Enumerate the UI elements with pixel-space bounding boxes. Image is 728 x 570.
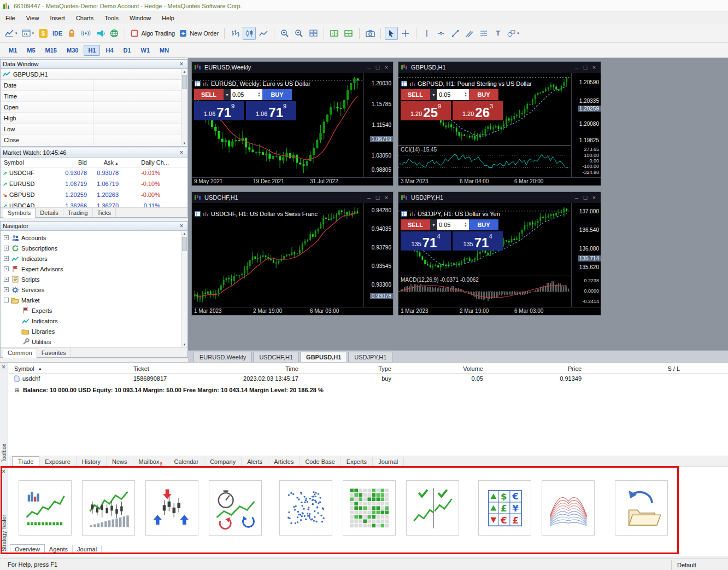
buy-button[interactable]: BUY <box>469 89 498 100</box>
tf-h4[interactable]: H4 <box>101 45 118 56</box>
chart-plot[interactable]: MACD(12,26,9) -0.0371 -0.0062 USDJPY, H1… <box>398 203 572 307</box>
menu-tools[interactable]: Tools <box>99 13 124 23</box>
chart-tab-eurusd[interactable]: EURUSD,Weekly <box>193 352 252 362</box>
chart-tab-gbpusd[interactable]: GBPUSD,H1 <box>300 352 347 362</box>
chart-window-titlebar[interactable]: GBPUSD,H1 – □ × <box>398 62 601 73</box>
chart-window-usdchf[interactable]: USDCHF,H1 – □ × USDCHF, H1: US Dollar vs… <box>191 191 394 316</box>
menu-window[interactable]: Window <box>124 13 156 23</box>
window-titlebar[interactable]: 66109447 - MetaQuotes-Demo: Demo Account… <box>0 0 728 12</box>
menu-help[interactable]: Help <box>156 13 180 23</box>
tester-tile-optimization-grid[interactable] <box>343 480 396 536</box>
navigator-item-experts[interactable]: Experts <box>1 305 187 316</box>
chart-window-gbpusd[interactable]: GBPUSD,H1 – □ × CCI(14) -15.45 <box>398 61 601 186</box>
close-icon[interactable]: × <box>178 149 185 156</box>
algo-trading-button[interactable]: Algo Trading <box>129 27 177 40</box>
bid-price-display[interactable]: 135714 <box>401 231 451 251</box>
expand-icon[interactable]: + <box>4 235 9 240</box>
buy-button[interactable]: BUY <box>262 89 292 100</box>
zoom-out-icon[interactable] <box>292 27 306 40</box>
tab-codebase[interactable]: Code Base <box>300 457 340 467</box>
expand-circle-icon[interactable]: ⊕ <box>14 386 20 394</box>
order-dropdown-icon[interactable]: ▼ <box>224 89 231 100</box>
fibonacci-icon[interactable] <box>477 27 490 40</box>
lot-size-input[interactable]: 0.05▲▼ <box>231 89 262 100</box>
navigator-item-indicators-child[interactable]: Indicators <box>1 316 187 326</box>
minimize-button[interactable]: – <box>365 64 373 71</box>
chart-window-eurusd[interactable]: EURUSD,Weekly – □ × EURUSD, Weekly: Euro… <box>191 61 394 186</box>
market-watch-row[interactable]: ↗ USDCAD 1.36266 1.36270 0.11% <box>1 200 187 207</box>
text-tool-icon[interactable]: T <box>491 27 504 40</box>
close-icon[interactable]: × <box>2 468 5 475</box>
expand-icon[interactable]: + <box>4 256 9 261</box>
navigator-item-indicators[interactable]: + Indicators <box>1 253 187 264</box>
market-watch-row[interactable]: ↗ EURUSD 1.06719 1.06719 -0.10% <box>1 178 187 189</box>
navigator-item-scripts[interactable]: + Scripts <box>1 274 187 284</box>
navigator-item-services[interactable]: + Services <box>1 284 187 295</box>
tab-experts[interactable]: Experts <box>341 457 373 467</box>
navigator-item-accounts[interactable]: + Accounts <box>1 232 187 243</box>
ask-price-display[interactable]: 135714 <box>453 231 503 251</box>
tester-tile-speed-test[interactable] <box>209 480 262 536</box>
navigator-item-utilities[interactable]: Utilities <box>1 336 187 347</box>
profile-selector[interactable]: Default <box>671 560 728 570</box>
bid-price-display[interactable]: 1.06719 <box>194 101 244 120</box>
lot-size-input[interactable]: 0.05▲▼ <box>437 219 469 230</box>
tf-h1[interactable]: H1 <box>84 45 100 56</box>
order-dropdown-icon[interactable]: ▼ <box>430 219 437 230</box>
tab-overview[interactable]: Overview <box>10 544 45 554</box>
chart-plot[interactable]: USDCHF, H1: US Dollar vs Swiss Franc <box>192 203 364 307</box>
expand-icon[interactable]: + <box>4 246 9 251</box>
line-style-icon[interactable] <box>257 27 270 40</box>
data-window-symbol-row[interactable]: GBPUSD,H1 <box>1 69 187 80</box>
tester-tile-trade-arrows[interactable] <box>145 480 198 536</box>
ask-price-display[interactable]: 1.06719 <box>246 101 296 120</box>
candle-style-icon[interactable] <box>243 27 256 40</box>
trendline-icon[interactable] <box>449 27 462 40</box>
order-dropdown-icon[interactable]: ▼ <box>430 89 437 100</box>
arrange-vertical-icon[interactable] <box>342 27 355 40</box>
navigator-item-market[interactable]: − Market <box>1 295 187 305</box>
signal-icon[interactable] <box>79 27 92 40</box>
tile-windows-icon[interactable] <box>307 27 320 40</box>
chart-plot[interactable]: CCI(14) -15.45 GBPUSD, H1: Pound Sterlin… <box>398 73 572 177</box>
tester-tile-surface-3d[interactable] <box>542 480 595 536</box>
scrollbar[interactable]: ▲▼ <box>181 69 187 146</box>
tf-m30[interactable]: M30 <box>62 45 83 56</box>
navigator-item-expert-advisors[interactable]: + Expert Advisors <box>1 264 187 274</box>
maximize-button[interactable]: □ <box>581 194 590 201</box>
tab-trading[interactable]: Trading <box>63 208 93 217</box>
close-icon[interactable]: × <box>178 222 185 230</box>
tester-tile-forward-test[interactable] <box>406 480 459 536</box>
expand-icon[interactable]: + <box>4 287 9 292</box>
arrange-horizontal-icon[interactable] <box>328 27 341 40</box>
chart-window-titlebar[interactable]: EURUSD,Weekly – □ × <box>192 62 393 73</box>
chart-window-titlebar[interactable]: USDJPY,H1 – □ × <box>398 192 601 203</box>
market-watch-header[interactable]: Market Watch: 10:45:46 × <box>1 148 187 158</box>
tab-news[interactable]: News <box>107 457 133 467</box>
chart-tab-usdchf[interactable]: USDCHF,H1 <box>253 352 299 362</box>
bid-price-display[interactable]: 1.20259 <box>401 101 451 120</box>
tab-articles[interactable]: Articles <box>268 457 300 467</box>
minimize-button[interactable]: – <box>572 64 581 71</box>
bar-style-icon[interactable] <box>228 27 242 40</box>
cursor-icon[interactable] <box>385 27 398 40</box>
navigator-item-libraries[interactable]: Libraries <box>1 326 187 336</box>
sell-button[interactable]: SELL <box>194 89 224 100</box>
tab-company[interactable]: Company <box>204 457 242 467</box>
maximize-button[interactable]: □ <box>581 64 590 71</box>
tester-tile-history-quality[interactable] <box>82 480 135 536</box>
tab-alerts[interactable]: Alerts <box>242 457 268 467</box>
menu-charts[interactable]: Charts <box>71 13 99 23</box>
close-button[interactable]: × <box>382 64 391 71</box>
snapshot-icon[interactable] <box>363 27 377 40</box>
ask-price-display[interactable]: 1.20263 <box>453 101 503 120</box>
chart-window-usdjpy[interactable]: USDJPY,H1 – □ × MACD(12,26,9) -0.0371 -0… <box>398 191 601 316</box>
close-button[interactable]: × <box>382 194 391 201</box>
close-icon[interactable]: × <box>2 363 5 371</box>
tester-tile-summary-chart[interactable] <box>19 480 72 536</box>
deposit-icon[interactable]: $ <box>37 27 50 40</box>
tab-mailbox[interactable]: Mailbox8 <box>133 457 169 467</box>
tab-agents[interactable]: Agents <box>45 545 73 554</box>
minimize-button[interactable]: – <box>365 194 373 201</box>
trade-table-header[interactable]: Symbol▲ Ticket Time Type Volume Price S … <box>9 364 728 374</box>
